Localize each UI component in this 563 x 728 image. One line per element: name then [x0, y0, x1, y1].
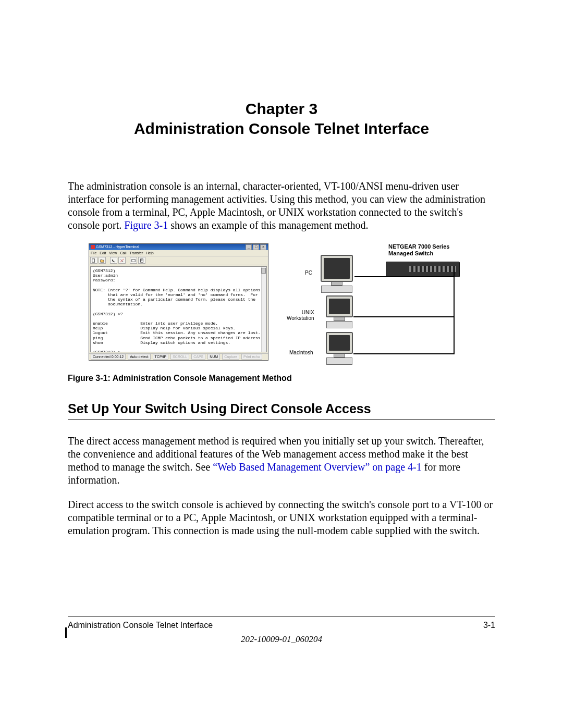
- switch-device-icon: [386, 262, 460, 277]
- pc-label: PC: [305, 270, 312, 276]
- terminal-text: (GSM7312) User:admin Password: NOTE: Ent…: [93, 268, 263, 352]
- menu-bar: File Edit View Call Transfer Help: [89, 250, 268, 256]
- terminal-output: (GSM7312) User:admin Password: NOTE: Ent…: [90, 266, 267, 352]
- mac-label: Macintosh: [289, 350, 313, 356]
- svg-rect-0: [92, 258, 95, 262]
- close-icon[interactable]: ×: [260, 244, 266, 250]
- window-title: GSM7312 - HyperTerminal: [96, 244, 139, 250]
- status-bar: Connected 0:00:12 Auto detect TCP/IP SCR…: [89, 353, 268, 360]
- footer-page-number: 3-1: [483, 621, 495, 630]
- toolbar-send-icon[interactable]: [130, 257, 137, 264]
- intro-paragraph: The administration console is an interna…: [68, 180, 495, 232]
- menu-edit[interactable]: Edit: [100, 251, 106, 255]
- footer-doc-number: 202-10009-01_060204: [68, 634, 495, 645]
- status-caps: CAPS: [191, 354, 205, 360]
- menu-call[interactable]: Call: [120, 251, 126, 255]
- status-capture: Capture: [222, 354, 239, 360]
- menu-file[interactable]: File: [91, 251, 96, 255]
- app-icon: [91, 245, 95, 249]
- page-footer: Administration Console Telnet Interface …: [68, 595, 495, 645]
- minimize-icon[interactable]: _: [246, 244, 252, 250]
- scrollbar-track[interactable]: [261, 267, 266, 352]
- figure-reference-link[interactable]: Figure 3-1: [124, 219, 168, 231]
- switch-label: NETGEAR 7000 Series Managed Switch: [388, 243, 449, 256]
- hyperterminal-window: GSM7312 - HyperTerminal _ □ × File Edit …: [89, 243, 268, 361]
- figure-3-1: GSM7312 - HyperTerminal _ □ × File Edit …: [89, 243, 495, 366]
- mac-monitor-icon: [326, 332, 353, 365]
- paragraph-2: The direct access management method is r…: [68, 435, 495, 487]
- chapter-heading: Chapter 3 Administration Console Telnet …: [68, 99, 495, 138]
- toolbar-call-icon[interactable]: [110, 257, 117, 264]
- status-protocol: TCP/IP: [153, 354, 169, 360]
- figure-caption: Figure 3-1: Administration Console Manag…: [68, 374, 495, 383]
- maximize-icon[interactable]: □: [253, 244, 259, 250]
- unix-label: UNIX Workstation: [287, 310, 314, 321]
- status-connection: Connected 0:00:12: [91, 354, 126, 360]
- cable-unix: [353, 316, 455, 317]
- web-management-link[interactable]: “Web Based Management Overview” on page …: [213, 461, 421, 473]
- status-printecho: Print echo: [241, 354, 262, 360]
- toolbar-open-icon[interactable]: [99, 257, 106, 264]
- pc-monitor-icon: [321, 255, 353, 293]
- chapter-title: Administration Console Telnet Interface: [68, 119, 495, 139]
- intro-text-after: shows an example of this management meth…: [168, 219, 368, 231]
- svg-rect-2: [132, 259, 135, 262]
- toolbar-new-icon[interactable]: [90, 257, 97, 264]
- toolbar-disconnect-icon[interactable]: [118, 257, 126, 264]
- cable-pc: [354, 276, 455, 277]
- section-heading: Set Up Your Switch Using Direct Console …: [68, 401, 495, 420]
- menu-transfer[interactable]: Transfer: [129, 251, 143, 255]
- unix-monitor-icon: [326, 295, 353, 328]
- cable-mac: [353, 353, 455, 354]
- revision-bar: [65, 627, 67, 638]
- menu-help[interactable]: Help: [146, 251, 153, 255]
- network-diagram: PC UNIX Workstation Macintosh NETGEAR 70…: [276, 243, 469, 361]
- scrollbar-thumb[interactable]: [261, 268, 266, 274]
- toolbar: [89, 256, 268, 265]
- cable-trunk: [454, 276, 455, 354]
- status-scroll: SCROLL: [170, 354, 189, 360]
- toolbar-properties-icon[interactable]: [138, 257, 145, 264]
- chapter-number: Chapter 3: [68, 99, 495, 119]
- paragraph-3: Direct access to the switch console is a…: [68, 498, 495, 537]
- menu-view[interactable]: View: [109, 251, 117, 255]
- status-num: NUM: [207, 354, 220, 360]
- footer-section-title: Administration Console Telnet Interface: [68, 621, 213, 630]
- window-titlebar: GSM7312 - HyperTerminal _ □ ×: [89, 244, 268, 250]
- status-autodetect: Auto detect: [128, 354, 150, 360]
